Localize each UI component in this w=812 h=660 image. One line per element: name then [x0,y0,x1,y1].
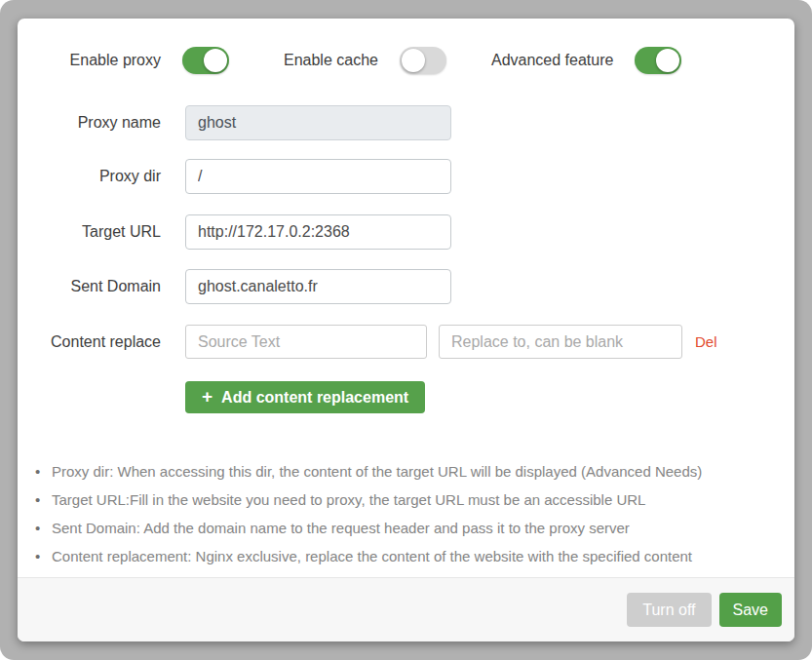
enable-cache-label: Enable cache [284,52,378,69]
dialog-content: Enable proxy Enable cache Advanced featu… [18,19,794,577]
help-item-sent-domain: Sent Domain: Add the domain name to the … [52,514,775,542]
proxy-dir-input[interactable] [185,159,451,194]
enable-proxy-toggle[interactable] [182,47,229,74]
sent-domain-row: Sent Domain [18,269,794,304]
sent-domain-input[interactable] [185,269,451,304]
content-replace-row: Content replace Del [18,325,794,359]
source-text-input[interactable] [185,325,427,359]
proxy-settings-dialog: Enable proxy Enable cache Advanced featu… [18,19,794,641]
proxy-name-input[interactable] [185,105,451,140]
advanced-feature-label: Advanced feature [491,52,613,69]
content-replace-label: Content replace [18,333,161,351]
toggle-knob [204,49,227,72]
add-content-replacement-button[interactable]: + Add content replacement [185,381,425,413]
proxy-dir-row: Proxy dir [18,159,794,194]
advanced-feature-toggle[interactable] [635,47,681,74]
help-list: Proxy dir: When accessing this dir, the … [18,457,794,570]
modal-backdrop: Enable proxy Enable cache Advanced featu… [0,0,812,660]
target-url-row: Target URL [18,214,794,250]
delete-replacement-link[interactable]: Del [695,333,717,350]
toggle-knob [402,49,425,72]
help-item-content-replacement: Content replacement: Nginx exclusive, re… [52,542,775,570]
proxy-dir-label: Proxy dir [18,168,161,185]
add-button-row: + Add content replacement [18,381,794,413]
enable-cache-toggle[interactable] [400,47,446,74]
help-item-target-url: Target URL:Fill in the website you need … [52,485,775,514]
target-url-label: Target URL [18,223,161,241]
plus-icon: + [202,387,213,406]
proxy-name-label: Proxy name [18,114,161,132]
proxy-name-row: Proxy name [18,105,794,140]
turn-off-button[interactable]: Turn off [627,593,711,627]
enable-proxy-label: Enable proxy [18,52,161,69]
target-url-input[interactable] [185,214,451,250]
dialog-footer: Turn off Save [18,577,794,641]
add-button-label: Add content replacement [221,389,408,407]
save-button[interactable]: Save [719,593,782,627]
toggle-knob [656,49,679,72]
replace-to-input[interactable] [439,325,682,359]
help-item-proxy-dir: Proxy dir: When accessing this dir, the … [52,457,775,485]
sent-domain-label: Sent Domain [18,278,161,295]
toggle-row: Enable proxy Enable cache Advanced featu… [18,19,794,74]
